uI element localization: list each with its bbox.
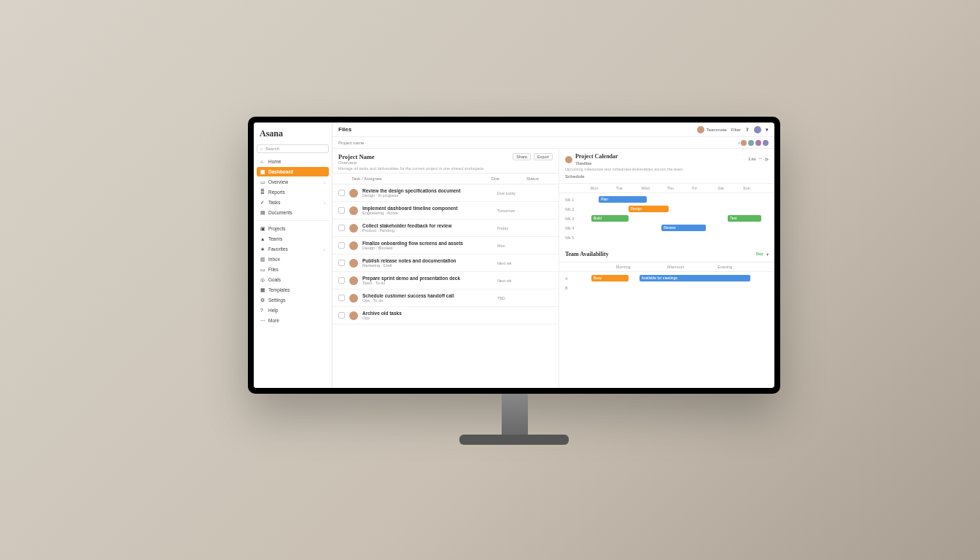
dashboard-icon: ▦ <box>260 169 265 174</box>
gantt-track: BuildTest <box>584 215 769 222</box>
nav-more[interactable]: ⋯More <box>257 316 329 325</box>
right-column: Project Calendar Timeline List ··· ⟳ Upc… <box>559 149 774 388</box>
task-title: Review the design specifications documen… <box>362 188 493 193</box>
share-button[interactable]: Share <box>513 153 531 160</box>
avail-dropdown-icon[interactable]: ▾ <box>766 252 769 257</box>
nav-inbox[interactable]: ▥Inbox <box>257 254 329 264</box>
nav-goals[interactable]: ◎Goals <box>257 275 329 284</box>
task-panel-header: Share Export Project Name Overview Manag… <box>332 149 559 173</box>
nav-label: Documents <box>268 210 292 215</box>
col-task[interactable]: Task / Assignee <box>351 176 487 181</box>
team-icon: ▲ <box>260 236 265 241</box>
calendar-more-icon[interactable]: ··· <box>759 157 763 162</box>
nav-favorites[interactable]: ★Favorites› <box>257 244 329 254</box>
calendar-title: Project Calendar <box>575 153 618 160</box>
task-title: Collect stakeholder feedback for review <box>362 223 493 228</box>
gantt-bar[interactable]: Test <box>728 215 761 222</box>
assignee-avatar[interactable] <box>349 259 358 268</box>
gantt-track: Review <box>584 225 769 232</box>
user-label: Teammate <box>707 128 727 132</box>
task-checkbox[interactable] <box>338 190 345 196</box>
assignee-avatar[interactable] <box>349 206 358 215</box>
nav-projects[interactable]: ▣Projects <box>257 224 329 233</box>
nav-documents[interactable]: ▤Documents <box>257 208 329 217</box>
topbar-user[interactable]: Teammate <box>697 126 727 133</box>
chevron-down-icon[interactable]: ▾ <box>766 127 769 133</box>
nav-templates[interactable]: ▦Templates <box>257 285 329 295</box>
task-row[interactable]: Archive old tasksOps <box>332 307 559 324</box>
gantt-header-cell <box>565 265 616 269</box>
export-button[interactable]: Export <box>534 153 553 160</box>
nav-label: Help <box>268 308 278 313</box>
task-checkbox[interactable] <box>338 260 345 266</box>
task-row[interactable]: Implement dashboard timeline componentEn… <box>332 202 559 219</box>
gantt-bar[interactable]: Available for meetings <box>639 275 750 281</box>
gantt-bar[interactable]: Review <box>661 225 706 231</box>
task-checkbox[interactable] <box>338 207 345 214</box>
nav-reports[interactable]: ≣Reports <box>257 187 329 197</box>
member-avatars[interactable] <box>741 140 769 146</box>
calendar-tool-list[interactable]: List <box>748 157 755 162</box>
overview-icon: ▭ <box>260 179 265 184</box>
app-logo: Asana <box>257 127 329 144</box>
file-icon: ▭ <box>260 267 265 272</box>
search-input[interactable]: ⌕ Search <box>257 144 329 153</box>
nav-dashboard[interactable]: ▦Dashboard <box>257 167 329 176</box>
gantt-header-cell: Afternoon <box>666 265 718 269</box>
profile-avatar[interactable] <box>754 126 761 133</box>
avail-tool-day[interactable]: Day <box>756 252 763 257</box>
app-screen: Asana ⌕ Search ⌂Home ▦Dashboard ▭Overvie… <box>254 122 774 388</box>
nav-home[interactable]: ⌂Home <box>257 157 329 166</box>
topbar-filter[interactable]: Filter <box>731 128 741 132</box>
task-checkbox[interactable] <box>338 225 345 231</box>
assignee-avatar[interactable] <box>349 276 358 285</box>
gantt-row-label: Wk 1 <box>565 198 584 202</box>
col-due[interactable]: Due <box>491 176 522 181</box>
task-row[interactable]: Publish release notes and documentationM… <box>332 254 559 272</box>
task-row[interactable]: Review the design specifications documen… <box>332 184 559 202</box>
nav-teams[interactable]: ▲Teams <box>257 234 329 244</box>
assignee-avatar[interactable] <box>349 294 358 303</box>
gantt-bar[interactable]: Design <box>629 206 669 212</box>
refresh-icon[interactable]: ⟳ <box>765 157 769 162</box>
subbar: Project name ⍝ <box>332 137 774 149</box>
task-row[interactable]: Prepare sprint demo and presentation dec… <box>332 272 559 289</box>
avatar <box>697 126 704 133</box>
nav-overview[interactable]: ▭Overview› <box>257 177 329 187</box>
gantt-header-cell: Morning <box>616 265 667 269</box>
task-row[interactable]: Collect stakeholder feedback for reviewP… <box>332 219 559 237</box>
assignee-avatar[interactable] <box>349 224 358 233</box>
gantt-bar[interactable]: Busy <box>591 275 629 281</box>
task-title: Schedule customer success handoff call <box>362 293 493 298</box>
assignee-avatar[interactable] <box>349 189 358 198</box>
nav-label: Tasks <box>268 200 281 205</box>
task-checkbox[interactable] <box>338 242 345 249</box>
share-icon[interactable]: ⇪ <box>745 127 750 133</box>
nav-tasks[interactable]: ✓Tasks› <box>257 198 329 207</box>
calendar-panel: Project Calendar Timeline List ··· ⟳ Upc… <box>559 149 774 184</box>
project-avatar <box>565 156 572 163</box>
task-title: Implement dashboard timeline component <box>362 206 493 211</box>
breadcrumb[interactable]: Project name <box>338 141 364 145</box>
gantt-row-label: Wk 3 <box>565 217 584 221</box>
task-checkbox[interactable] <box>338 295 345 301</box>
col-status[interactable]: Status <box>526 176 553 181</box>
task-table-header: Task / Assignee Due Status <box>332 173 559 184</box>
task-title: Prepare sprint demo and presentation dec… <box>362 276 493 281</box>
gantt-bar[interactable]: Plan <box>599 196 647 203</box>
assignee-avatar[interactable] <box>349 241 358 250</box>
topbar: Files Teammate Filter ⇪ ▾ <box>332 122 774 137</box>
gantt-row-label: Wk 2 <box>565 207 584 211</box>
nav-help[interactable]: ?Help <box>257 306 329 315</box>
chevron-right-icon: › <box>324 180 325 184</box>
task-row[interactable]: Schedule customer success handoff callOp… <box>332 289 559 307</box>
assignee-avatar[interactable] <box>349 311 358 320</box>
nav-settings[interactable]: ⚙Settings <box>257 295 329 305</box>
gantt-header-cell: Sun <box>743 186 769 190</box>
task-checkbox[interactable] <box>338 277 345 284</box>
task-subtitle: Design · In progress <box>362 193 493 198</box>
task-row[interactable]: Finalize onboarding flow screens and ass… <box>332 237 559 254</box>
task-checkbox[interactable] <box>338 312 345 319</box>
nav-files[interactable]: ▭Files <box>257 265 329 274</box>
gantt-bar[interactable]: Build <box>591 215 629 222</box>
